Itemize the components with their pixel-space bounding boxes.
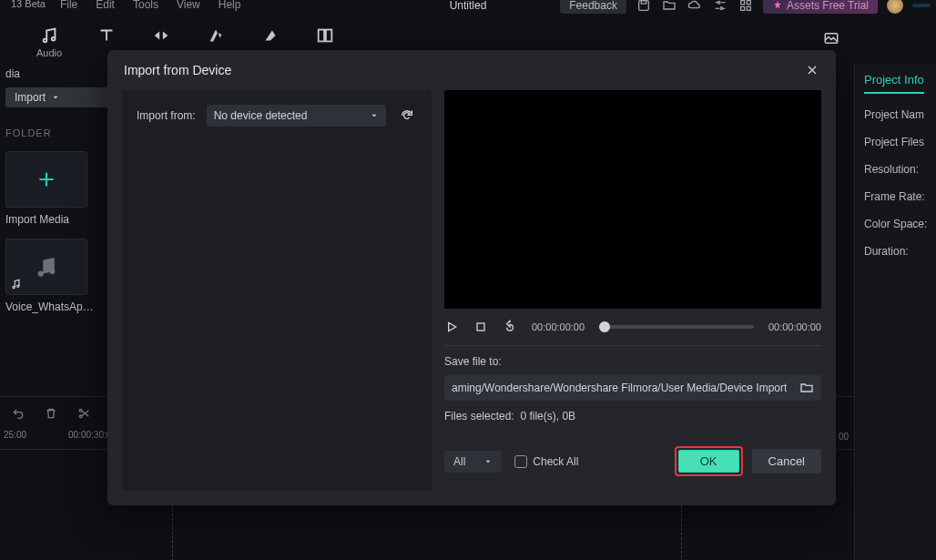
project-info-tab[interactable]: Project Info (864, 73, 924, 94)
files-selected-label: Files selected: (444, 410, 514, 423)
folder-icon (799, 381, 814, 395)
ruler-mark-right: 00 (839, 432, 849, 442)
svg-point-14 (13, 286, 15, 288)
import-media-label: Import Media (5, 213, 113, 226)
svg-rect-6 (741, 6, 745, 10)
import-button[interactable]: Import (5, 87, 113, 107)
pi-colorspace: Color Space: (864, 218, 931, 230)
pi-name: Project Nam (864, 108, 931, 121)
ok-button[interactable]: OK (678, 450, 739, 473)
menu-help[interactable]: Help (209, 0, 250, 11)
music-small-icon (10, 278, 23, 290)
dialog-left-pane: Import from: No device detected (122, 90, 432, 491)
cancel-button[interactable]: Cancel (752, 449, 821, 473)
preview-area (444, 90, 821, 309)
svg-rect-10 (319, 30, 324, 42)
checkbox-icon (514, 455, 527, 468)
filter-all-label: All (453, 455, 465, 468)
svg-rect-1 (641, 1, 646, 4)
feedback-button[interactable]: Feedback (560, 0, 626, 14)
svg-rect-11 (326, 30, 331, 42)
pi-duration: Duration: (864, 245, 931, 258)
tab-audio-label: Audio (36, 47, 62, 58)
import-from-device-dialog: Import from Device Import from: No devic… (107, 50, 836, 505)
menu-tools[interactable]: Tools (124, 0, 168, 11)
pi-files: Project Files (864, 136, 931, 148)
menu-view[interactable]: View (168, 0, 209, 11)
save-file-to-label: Save file to: (444, 355, 821, 368)
check-all-label: Check All (533, 455, 578, 468)
svg-point-9 (52, 37, 56, 41)
assets-free-trial-button[interactable]: Assets Free Trial (763, 0, 878, 14)
assets-label: Assets Free Trial (787, 0, 869, 12)
media-thumb-label: Voice_WhatsAp… (5, 300, 113, 313)
media-tab-label[interactable]: dia (5, 67, 20, 80)
svg-point-17 (79, 415, 82, 418)
filter-all-select[interactable]: All (444, 451, 502, 473)
folder-header: FOLDER (5, 127, 113, 138)
refresh-button[interactable] (397, 106, 417, 126)
files-selected-value: 0 file(s), 0B (520, 410, 575, 423)
stop-button[interactable] (473, 320, 488, 334)
refresh-icon (400, 108, 414, 123)
dialog-right-pane: 00:00:00:00 00:00:00:00 Save file to: am… (444, 90, 821, 491)
music-note-icon (33, 253, 60, 280)
settings-icon[interactable] (712, 0, 728, 14)
project-info-panel: Project Info Project Nam Project Files R… (854, 64, 936, 560)
cut-icon[interactable] (76, 406, 91, 421)
cloud-icon[interactable] (687, 0, 703, 14)
dialog-title: Import from Device (124, 63, 231, 77)
time-total: 00:00:00:00 (768, 321, 821, 332)
ruler-mark-1: 25:00 (4, 430, 26, 449)
avatar[interactable] (887, 0, 903, 14)
svg-rect-7 (747, 6, 750, 10)
document-title: Untitled (450, 0, 487, 12)
device-select-value: No device detected (214, 109, 308, 122)
chevron-down-icon (51, 93, 60, 102)
replay-button[interactable] (503, 320, 517, 334)
svg-point-15 (17, 285, 19, 287)
snapshot-icon[interactable] (823, 30, 839, 46)
time-current: 00:00:00:00 (532, 321, 585, 332)
menu-file[interactable]: File (51, 0, 86, 11)
svg-point-18 (79, 409, 82, 412)
browse-folder-button[interactable] (799, 381, 814, 395)
play-icon (444, 320, 459, 334)
preview-slider[interactable] (599, 325, 754, 329)
svg-rect-5 (747, 1, 750, 5)
chevron-down-icon (370, 111, 379, 120)
import-from-label: Import from: (137, 109, 196, 122)
ok-button-highlight: OK (675, 446, 743, 476)
svg-rect-0 (639, 1, 649, 11)
undo-icon[interactable] (11, 406, 25, 421)
folder-icon[interactable] (661, 0, 677, 14)
app-version-tag: 13 Beta (5, 0, 51, 9)
close-button[interactable] (805, 63, 819, 77)
svg-point-12 (38, 270, 44, 276)
chevron-down-icon (483, 457, 493, 466)
play-button[interactable] (444, 320, 459, 334)
svg-rect-19 (477, 323, 484, 331)
replay-icon (503, 320, 517, 334)
pi-resolution: Resolution: (864, 163, 931, 176)
media-thumb-voice[interactable] (5, 239, 87, 295)
grid-icon[interactable] (738, 0, 754, 14)
menu-edit[interactable]: Edit (86, 0, 124, 11)
save-icon[interactable] (636, 0, 652, 14)
svg-point-13 (49, 269, 55, 274)
tab-audio[interactable]: Audio (36, 25, 62, 58)
import-label: Import (15, 91, 46, 104)
divider (444, 345, 821, 346)
device-select[interactable]: No device detected (207, 105, 386, 127)
svg-rect-4 (741, 1, 745, 5)
export-button[interactable] (912, 4, 931, 7)
ruler-mark-2: 00:00:30:0 (68, 430, 111, 449)
pi-framerate: Frame Rate: (864, 190, 931, 203)
import-media-tile[interactable] (5, 151, 87, 208)
save-path-value: aming/Wondershare/Wondershare Filmora/Us… (452, 382, 787, 394)
check-all-checkbox[interactable]: Check All (514, 455, 578, 468)
delete-icon[interactable] (44, 406, 58, 421)
close-icon (805, 63, 819, 77)
menu-bar: 13 Beta File Edit Tools View Help Untitl… (0, 0, 936, 20)
stop-icon (473, 320, 488, 334)
